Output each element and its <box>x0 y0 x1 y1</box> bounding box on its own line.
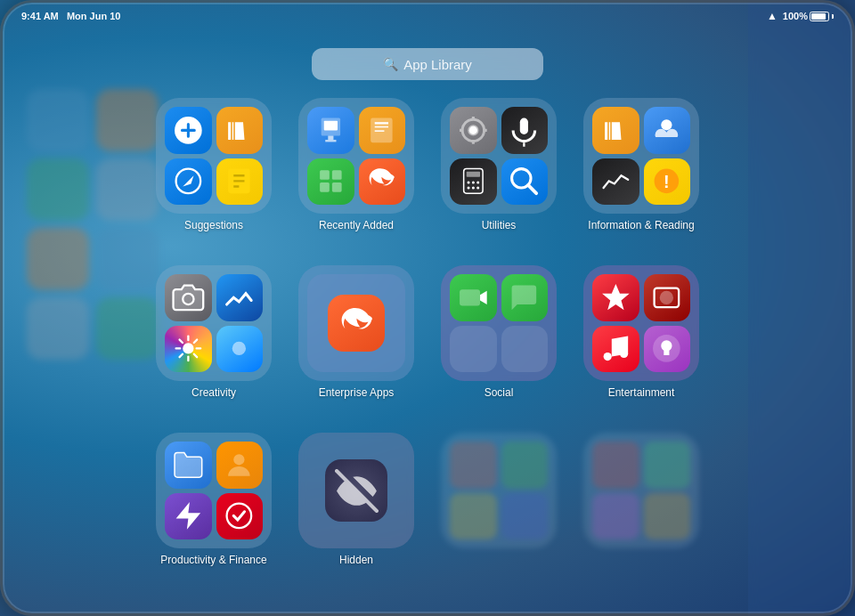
battery-percent: 100% <box>783 11 808 21</box>
svg-rect-13 <box>375 130 385 132</box>
status-bar: 9:41 AM Mon Jun 10 ▲ 100% <box>0 0 855 32</box>
svg-point-18 <box>469 126 477 134</box>
svg-marker-45 <box>602 284 630 310</box>
folder-productivity-finance[interactable]: Productivity & Finance <box>151 433 276 584</box>
books-icon <box>216 107 264 154</box>
social-placeholder-1 <box>450 326 497 373</box>
folder-information-reading[interactable]: ! Information & Reading <box>579 98 704 249</box>
svg-point-24 <box>476 182 479 184</box>
camera-icon <box>165 274 212 321</box>
contacts-icon <box>216 442 264 489</box>
music-icon <box>592 326 639 373</box>
search-placeholder: App Library <box>403 57 472 72</box>
app-store-icon <box>165 107 212 154</box>
svg-point-22 <box>467 182 469 184</box>
folder-suggestions[interactable]: Suggestions <box>151 98 276 249</box>
svg-rect-8 <box>328 135 333 140</box>
svg-line-42 <box>179 354 182 357</box>
battery-indicator: 100% <box>783 11 834 21</box>
recently-added-label: Recently Added <box>319 219 394 231</box>
battery-bar <box>810 12 829 21</box>
social-label: Social <box>484 386 514 399</box>
svg-rect-12 <box>375 126 388 128</box>
app-library-grid: Suggestions Recently Added <box>151 98 704 584</box>
svg-rect-16 <box>320 182 330 192</box>
utilities-label: Utilities <box>482 219 517 231</box>
books2-icon <box>592 107 639 154</box>
svg-marker-1 <box>183 176 193 187</box>
weather-icon <box>644 107 691 154</box>
svg-point-46 <box>660 291 673 304</box>
wifi-icon: ▲ <box>767 10 778 22</box>
hidden-icon <box>325 459 387 522</box>
messages-icon <box>501 274 549 321</box>
svg-point-25 <box>467 187 469 190</box>
svg-rect-17 <box>332 182 342 192</box>
svg-text:!: ! <box>664 172 670 191</box>
sound-recognition-icon <box>501 107 549 154</box>
battery-tip <box>832 14 834 19</box>
status-time: 9:41 AM <box>21 11 59 21</box>
svg-point-26 <box>472 187 475 190</box>
folder-placeholder-1 <box>436 433 561 584</box>
folder-utilities[interactable]: Utilities <box>436 98 561 249</box>
podcasts-icon <box>644 326 691 373</box>
status-date: Mon Jun 10 <box>67 11 121 21</box>
folder-social[interactable]: Social <box>436 265 561 417</box>
status-indicators: ▲ 100% <box>767 10 834 22</box>
safari-icon <box>165 158 212 206</box>
status-time-date: 9:41 AM Mon Jun 10 <box>21 11 120 21</box>
folder-hidden[interactable]: Hidden <box>294 433 419 584</box>
creativity-label: Creativity <box>191 386 236 399</box>
photos-icon <box>165 326 212 373</box>
svg-point-30 <box>662 119 672 130</box>
extras-icon <box>216 326 264 373</box>
freeform-icon <box>216 274 264 321</box>
svg-rect-21 <box>467 172 480 177</box>
blurred-homescreen <box>27 89 159 360</box>
search-bar[interactable]: 🔍 App Library <box>312 48 543 80</box>
svg-point-43 <box>232 342 246 355</box>
files-icon <box>165 442 212 489</box>
svg-rect-11 <box>375 122 388 124</box>
numbers-icon <box>307 158 354 206</box>
notes-icon <box>216 158 264 206</box>
pages-icon <box>359 107 406 154</box>
reminders-icon <box>216 493 264 540</box>
folder-placeholder-2 <box>579 433 704 584</box>
svg-line-40 <box>194 354 197 357</box>
svg-rect-14 <box>320 171 330 181</box>
entertainment-label: Entertainment <box>608 386 675 399</box>
svg-point-27 <box>476 187 479 190</box>
folder-entertainment[interactable]: Entertainment <box>579 265 704 417</box>
svg-line-41 <box>194 340 197 343</box>
search-icon: 🔍 <box>383 57 398 71</box>
stocks-icon <box>592 158 639 206</box>
svg-point-51 <box>227 504 252 529</box>
suggestions-label: Suggestions <box>184 219 243 231</box>
svg-point-49 <box>620 350 628 358</box>
svg-line-29 <box>528 185 536 193</box>
facetime-icon <box>450 274 497 321</box>
folder-recently-added[interactable]: Recently Added <box>294 98 419 249</box>
folder-creativity[interactable]: Creativity <box>151 265 276 417</box>
svg-rect-7 <box>324 121 338 131</box>
information-reading-label: Information & Reading <box>588 219 694 231</box>
search-bar-container[interactable]: 🔍 App Library <box>312 48 543 80</box>
photo-booth-icon <box>644 274 691 321</box>
svg-rect-44 <box>460 289 480 305</box>
tips-icon: ! <box>644 158 691 206</box>
hidden-label: Hidden <box>339 554 373 566</box>
keynote-icon <box>307 107 354 154</box>
social-placeholder-2 <box>501 326 549 373</box>
magnifier-icon <box>501 158 549 206</box>
settings-icon <box>450 107 497 154</box>
svg-point-48 <box>603 353 611 361</box>
svg-point-34 <box>183 344 193 354</box>
folder-enterprise-apps[interactable]: Enterprise Apps <box>294 265 419 417</box>
right-blur <box>748 0 855 616</box>
svg-line-39 <box>179 340 182 343</box>
calculator-icon <box>450 158 497 206</box>
enterprise-apps-label: Enterprise Apps <box>319 386 395 399</box>
productivity-finance-label: Productivity & Finance <box>160 554 266 566</box>
